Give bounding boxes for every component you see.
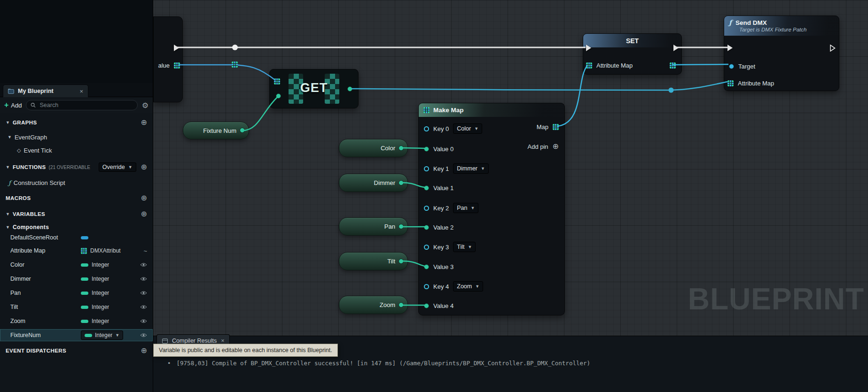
add-pin-button[interactable]: ⊕ (553, 143, 559, 150)
revert-icon[interactable]: ~ (143, 247, 147, 254)
send-dmx-node[interactable]: ƒ Send DMX Target is DMX Fixture Patch T… (724, 15, 839, 91)
eventgraph-item[interactable]: ▼ EventGraph (0, 131, 153, 143)
clipped-set-node[interactable]: alue (153, 16, 183, 102)
set-attribute-map-node[interactable]: SET Attribute Map (583, 33, 682, 75)
eye-icon[interactable] (140, 333, 147, 338)
panel-top-spacer (0, 0, 153, 83)
output-pin[interactable] (240, 128, 245, 133)
chevron-down-icon: ▼ (475, 284, 479, 289)
map-input-pin[interactable] (727, 80, 734, 86)
variable-row-pan[interactable]: Pan Integer (0, 287, 153, 299)
var-node-fixture-num[interactable]: Fixture Num (183, 122, 249, 139)
exec-in-pin[interactable] (727, 45, 733, 51)
value-pin[interactable] (424, 146, 429, 152)
override-dropdown[interactable]: Override ▼ (99, 162, 136, 172)
key-combo[interactable]: Color▼ (453, 123, 482, 134)
variable-row-fixturenum[interactable]: FixtureNum Integer ▼ (0, 329, 153, 341)
value-pin[interactable] (424, 264, 429, 269)
event-dispatchers-section-header[interactable]: EVENT DISPATCHERS ⊕ (0, 345, 153, 356)
close-icon[interactable]: × (79, 88, 83, 95)
output-pin[interactable] (399, 180, 404, 185)
variable-row-defaultsceneroot[interactable]: DefaultSceneRoot (0, 231, 153, 244)
map-input-pin[interactable] (274, 78, 280, 85)
output-pin[interactable] (399, 146, 404, 151)
var-node-pan[interactable]: Pan (339, 217, 408, 236)
variable-name: Dimmer (6, 276, 81, 282)
add-button[interactable]: + Add (4, 101, 22, 109)
key-input-pin[interactable] (276, 93, 281, 99)
function-icon: ƒ (729, 19, 732, 26)
var-node-color[interactable]: Color (339, 139, 408, 157)
key-combo[interactable]: Zoom▼ (453, 281, 483, 292)
variable-type-dropdown[interactable]: Integer ▼ (81, 331, 123, 340)
construction-script-item[interactable]: ƒ Construction Script (0, 177, 153, 188)
map-output-pin[interactable] (553, 124, 559, 130)
graphs-section-header[interactable]: ▼ GRAPHS ⊕ (0, 117, 153, 128)
exec-reroute-node[interactable] (232, 45, 238, 50)
search-input[interactable] (39, 101, 133, 109)
add-graph-button[interactable]: ⊕ (141, 119, 147, 126)
key-combo[interactable]: Pan▼ (453, 203, 478, 213)
variable-row-dimmer[interactable]: Dimmer Integer (0, 273, 153, 285)
var-node-zoom[interactable]: Zoom (339, 296, 408, 314)
map-pin[interactable] (174, 62, 180, 69)
make-map-node[interactable]: Make Map Key 0 Color▼ Value 0 Key 1 Dimm… (418, 103, 565, 315)
var-node-tilt[interactable]: Tilt (339, 252, 408, 270)
variables-section-header[interactable]: ▼ VARIABLES ⊕ (0, 208, 153, 220)
add-event-dispatcher-button[interactable]: ⊕ (141, 347, 147, 354)
eye-icon[interactable] (140, 305, 147, 309)
exec-out-pin[interactable] (673, 45, 679, 51)
value-pin[interactable] (424, 225, 429, 230)
functions-label: FUNCTIONS (13, 164, 46, 170)
reroute-node[interactable] (669, 88, 674, 93)
key-combo[interactable]: Tilt▼ (453, 242, 476, 252)
target-pin[interactable] (729, 64, 734, 69)
eye-icon[interactable] (140, 291, 147, 295)
output-pin[interactable] (399, 302, 404, 307)
variable-row-attribute-map[interactable]: Attribute Map DMXAttribut ~ (0, 245, 153, 257)
tab-my-blueprint[interactable]: My Blueprint × (3, 85, 88, 97)
key-pin[interactable] (424, 284, 429, 289)
exec-out-pin[interactable] (174, 45, 179, 51)
event-tick-item[interactable]: ◇ Event Tick (0, 145, 153, 156)
key-pin[interactable] (424, 166, 429, 171)
add-variable-button[interactable]: ⊕ (141, 210, 147, 218)
map-output-pin[interactable] (670, 62, 676, 69)
eye-icon[interactable] (140, 277, 147, 281)
close-icon[interactable]: × (221, 338, 224, 344)
eye-icon[interactable] (140, 262, 147, 267)
map-get-node[interactable]: GET (269, 69, 359, 108)
map-reroute-pin[interactable] (232, 61, 238, 68)
compiler-tab-icon (162, 338, 168, 344)
macros-section-header[interactable]: MACROS ⊕ (0, 192, 153, 204)
value-pin[interactable] (424, 185, 429, 191)
var-node-dimmer[interactable]: Dimmer (339, 174, 408, 192)
variable-row-zoom[interactable]: Zoom Integer (0, 315, 153, 327)
add-function-button[interactable]: ⊕ (141, 163, 147, 171)
functions-overridable-count: (21 OVERRIDABLE (49, 165, 90, 170)
value-pin[interactable] (424, 303, 429, 308)
blueprint-editor-window: BLUEPRINT alue (0, 0, 868, 392)
variable-row-color[interactable]: Color Integer (0, 259, 153, 271)
send-dmx-subtitle: Target is DMX Fixture Patch (739, 27, 834, 32)
key-combo[interactable]: Dimmer▼ (453, 163, 489, 174)
exec-in-pin[interactable] (586, 45, 591, 51)
integer-type-pill (81, 277, 88, 281)
key-pin[interactable] (424, 206, 429, 211)
key-pin[interactable] (424, 126, 429, 131)
eventgraph-label: EventGraph (15, 134, 47, 141)
output-pin[interactable] (399, 259, 404, 264)
value-output-pin[interactable] (347, 86, 352, 92)
functions-section-header[interactable]: ▼ FUNCTIONS (21 OVERRIDABLE Override ▼ ⊕ (0, 161, 153, 173)
variable-type: Integer (95, 332, 112, 338)
make-map-header[interactable]: Make Map (419, 103, 564, 117)
function-icon: ƒ (8, 179, 11, 186)
gear-icon[interactable]: ⚙ (142, 101, 149, 110)
exec-out-pin[interactable] (830, 45, 836, 52)
eye-icon[interactable] (140, 319, 147, 323)
variable-row-tilt[interactable]: Tilt Integer (0, 301, 153, 313)
map-input-pin[interactable] (586, 62, 592, 69)
output-pin[interactable] (399, 224, 404, 229)
add-macro-button[interactable]: ⊕ (141, 194, 147, 202)
key-pin[interactable] (424, 245, 429, 250)
